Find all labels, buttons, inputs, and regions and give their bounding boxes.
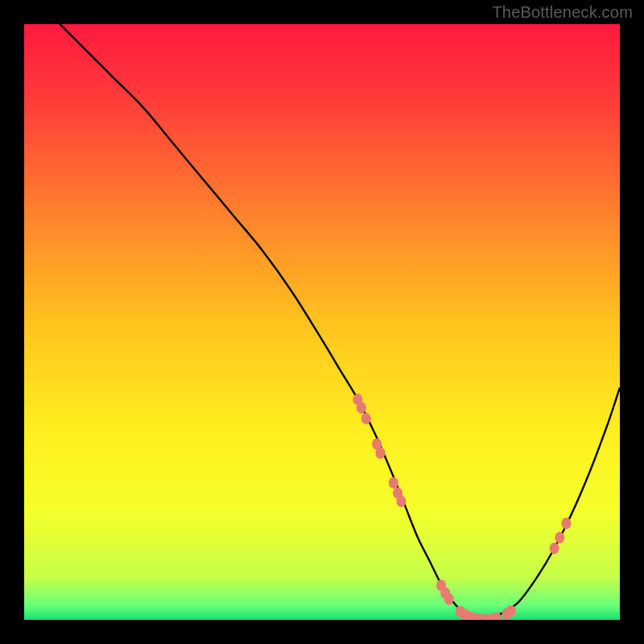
data-marker: [376, 448, 386, 459]
data-marker: [389, 477, 398, 489]
plot-area: [24, 24, 620, 620]
gradient-background: [24, 24, 620, 620]
data-marker: [506, 605, 516, 617]
data-marker: [550, 543, 559, 554]
data-marker: [555, 532, 564, 543]
watermark-text: TheBottleneck.com: [492, 3, 633, 22]
chart-svg: [24, 24, 620, 620]
data-marker: [357, 402, 366, 413]
data-marker: [561, 518, 571, 529]
data-marker: [396, 496, 406, 507]
data-marker: [444, 593, 454, 605]
chart-frame: TheBottleneck.com: [0, 0, 644, 644]
data-marker: [361, 413, 371, 424]
